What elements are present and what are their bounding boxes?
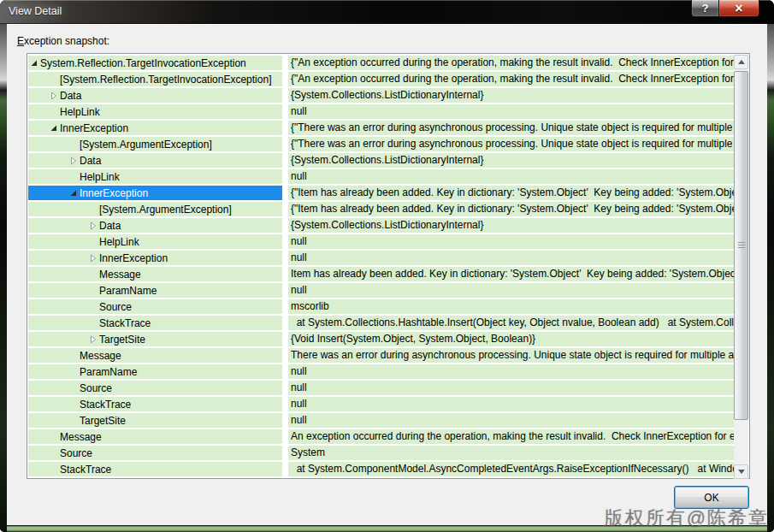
tree-row[interactable]: InnerException{"There was an error durin… bbox=[28, 121, 736, 137]
tree-row[interactable]: SourceSystem bbox=[28, 446, 736, 462]
tree-node-value: System bbox=[288, 446, 736, 460]
tree-node-name[interactable]: StackTrace bbox=[28, 462, 282, 476]
tree-row[interactable]: StackTrace at System.ComponentModel.Asyn… bbox=[28, 462, 736, 478]
tree-node-name[interactable]: [System.Reflection.TargetInvocationExcep… bbox=[28, 72, 282, 86]
tree-row[interactable]: HelpLinknull bbox=[28, 169, 736, 186]
tree-row[interactable]: Data{System.Collections.ListDictionaryIn… bbox=[28, 218, 736, 234]
tree-indent bbox=[28, 88, 48, 103]
arrow-up-icon bbox=[738, 60, 745, 64]
label-text: xception snapshot: bbox=[24, 35, 109, 47]
tree-row[interactable]: HelpLinknull bbox=[28, 234, 736, 251]
tree-node-name[interactable]: Source bbox=[28, 446, 282, 460]
tree-node-name[interactable]: Message bbox=[28, 267, 282, 281]
tree-row[interactable]: MessageAn exception occurred during the … bbox=[28, 429, 736, 446]
tree-node-name-selected[interactable]: InnerException bbox=[28, 186, 282, 200]
tree-row[interactable]: Sourcemscorlib bbox=[28, 299, 736, 316]
vertical-scrollbar[interactable] bbox=[734, 55, 748, 479]
expander-placeholder bbox=[48, 429, 60, 444]
tree-indent bbox=[28, 332, 87, 346]
tree-row[interactable]: StackTrace at System.Collections.Hashtab… bbox=[28, 316, 736, 332]
tree-node-name[interactable]: Data bbox=[28, 153, 282, 168]
tree-row[interactable]: MessageItem has already been added. Key … bbox=[28, 267, 736, 283]
expand-arrow-icon[interactable] bbox=[68, 153, 80, 168]
tree-node-name[interactable]: Data bbox=[28, 218, 282, 233]
tree-row[interactable]: [System.Reflection.TargetInvocationExcep… bbox=[28, 72, 736, 88]
tree-node-name[interactable]: ParamName bbox=[28, 364, 282, 379]
tree-row[interactable]: TargetSitenull bbox=[28, 413, 736, 429]
help-button[interactable]: ? bbox=[691, 0, 719, 17]
tree-node-value: An exception occurred during the operati… bbox=[288, 429, 736, 444]
tree-row[interactable]: [System.ArgumentException]{"Item has alr… bbox=[28, 202, 736, 218]
collapse-arrow-icon[interactable] bbox=[48, 121, 60, 135]
tree-indent bbox=[28, 413, 68, 428]
tree-row[interactable]: [System.ArgumentException]{"There was an… bbox=[28, 137, 736, 153]
tree-rows: System.Reflection.TargetInvocationExcept… bbox=[28, 55, 736, 478]
expand-arrow-icon[interactable] bbox=[87, 251, 99, 265]
tree-node-label: [System.Reflection.TargetInvocationExcep… bbox=[60, 74, 271, 86]
watermark-text: 版权所有@陈希章 bbox=[605, 505, 769, 531]
expand-arrow-icon[interactable] bbox=[87, 218, 99, 233]
tree-node-name[interactable]: HelpLink bbox=[28, 169, 282, 184]
expand-arrow-icon[interactable] bbox=[48, 88, 60, 103]
tree-node-value: null bbox=[288, 283, 736, 298]
scroll-up-button[interactable] bbox=[734, 55, 748, 69]
tree-node-label: [System.ArgumentException] bbox=[80, 139, 212, 151]
view-detail-dialog: View Detail ? × Exception snapshot: Syst… bbox=[0, 0, 774, 532]
tree-node-name[interactable]: Source bbox=[28, 381, 282, 395]
tree-row[interactable]: TargetSite{Void Insert(System.Object, Sy… bbox=[28, 332, 736, 348]
tree-node-label: ParamName bbox=[80, 366, 137, 378]
tree-node-name[interactable]: TargetSite bbox=[28, 332, 282, 346]
tree-node-label: System.Reflection.TargetInvocationExcept… bbox=[40, 57, 246, 69]
tree-row[interactable]: MessageThere was an error during asynchr… bbox=[28, 348, 736, 364]
tree-node-label: StackTrace bbox=[60, 464, 111, 476]
tree-node-name[interactable]: StackTrace bbox=[28, 397, 282, 411]
arrow-down-icon bbox=[738, 470, 745, 474]
tree-row[interactable]: Data{System.Collections.ListDictionaryIn… bbox=[28, 153, 736, 169]
scrollbar-thumb[interactable] bbox=[734, 71, 748, 420]
tree-node-value: {System.Collections.ListDictionaryIntern… bbox=[288, 153, 736, 168]
tree-indent bbox=[28, 169, 68, 184]
tree-node-name[interactable]: TargetSite bbox=[28, 413, 282, 428]
scroll-down-button[interactable] bbox=[734, 464, 748, 479]
tree-node-name[interactable]: InnerException bbox=[28, 121, 282, 135]
tree-node-name[interactable]: Message bbox=[28, 348, 282, 363]
tree-node-name[interactable]: System.Reflection.TargetInvocationExcept… bbox=[28, 56, 282, 70]
tree-row[interactable]: System.Reflection.TargetInvocationExcept… bbox=[28, 56, 736, 72]
tree-indent bbox=[28, 462, 48, 476]
accesskey-letter: E bbox=[17, 35, 24, 47]
tree-row[interactable]: InnerExceptionnull bbox=[28, 251, 736, 267]
collapse-arrow-icon[interactable] bbox=[28, 56, 40, 70]
tree-node-name[interactable]: Message bbox=[28, 429, 282, 444]
expander-placeholder bbox=[68, 364, 80, 379]
tree-node-value: null bbox=[288, 413, 736, 428]
tree-row[interactable]: ParamNamenull bbox=[28, 364, 736, 381]
collapse-arrow-icon[interactable] bbox=[68, 186, 80, 200]
tree-node-value: {"Item has already been added. Key in di… bbox=[288, 186, 736, 200]
tree-indent bbox=[28, 283, 87, 298]
tree-row[interactable]: ParamNamenull bbox=[28, 283, 736, 299]
titlebar[interactable]: View Detail ? × bbox=[0, 0, 774, 24]
tree-node-name[interactable]: [System.ArgumentException] bbox=[28, 202, 282, 216]
tree-node-name[interactable]: HelpLink bbox=[28, 234, 282, 249]
tree-node-name[interactable]: Source bbox=[28, 299, 282, 314]
tree-row[interactable]: StackTracenull bbox=[28, 397, 736, 413]
tree-row[interactable]: Data{System.Collections.ListDictionaryIn… bbox=[28, 88, 736, 104]
expander-placeholder bbox=[87, 234, 99, 249]
tree-node-value: {"An exception occurred during the opera… bbox=[288, 56, 736, 70]
window-frame-left bbox=[0, 24, 7, 532]
expander-placeholder bbox=[87, 299, 99, 314]
tree-node-name[interactable]: [System.ArgumentException] bbox=[28, 137, 282, 151]
close-button[interactable]: × bbox=[719, 0, 759, 17]
tree-node-value: null bbox=[288, 104, 736, 119]
tree-node-name[interactable]: Data bbox=[28, 88, 282, 103]
tree-row[interactable]: InnerException{"Item has already been ad… bbox=[28, 186, 736, 202]
expander-placeholder bbox=[48, 446, 60, 460]
tree-node-name[interactable]: StackTrace bbox=[28, 316, 282, 330]
tree-row[interactable]: HelpLinknull bbox=[28, 104, 736, 121]
expand-arrow-icon[interactable] bbox=[87, 332, 99, 346]
tree-row[interactable]: Sourcenull bbox=[28, 381, 736, 397]
tree-node-value: null bbox=[288, 234, 736, 249]
tree-node-name[interactable]: InnerException bbox=[28, 251, 282, 265]
tree-node-name[interactable]: HelpLink bbox=[28, 104, 282, 119]
tree-node-name[interactable]: ParamName bbox=[28, 283, 282, 298]
